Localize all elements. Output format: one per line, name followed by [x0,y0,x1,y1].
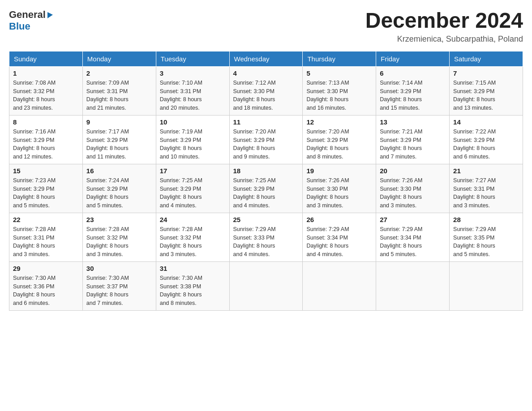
calendar-day-cell: 14 Sunrise: 7:22 AM Sunset: 3:29 PM Dayl… [450,115,523,164]
calendar-day-cell: 12 Sunrise: 7:20 AM Sunset: 3:29 PM Dayl… [303,115,376,164]
day-info: Sunrise: 7:09 AM Sunset: 3:31 PM Dayligh… [86,79,152,112]
day-number: 12 [306,118,372,126]
header-tuesday: Tuesday [156,51,229,66]
day-number: 5 [306,69,372,77]
day-number: 13 [380,118,446,126]
calendar-day-cell: 28 Sunrise: 7:29 AM Sunset: 3:35 PM Dayl… [450,213,523,261]
day-info: Sunrise: 7:13 AM Sunset: 3:30 PM Dayligh… [306,79,372,112]
day-number: 8 [13,118,79,126]
calendar-day-cell: 16 Sunrise: 7:24 AM Sunset: 3:29 PM Dayl… [82,164,156,213]
day-info: Sunrise: 7:20 AM Sunset: 3:29 PM Dayligh… [306,128,372,161]
day-info: Sunrise: 7:28 AM Sunset: 3:31 PM Dayligh… [13,225,79,259]
day-number: 30 [86,265,152,272]
day-number: 4 [233,69,299,77]
day-number: 2 [86,69,152,77]
calendar-week-row: 8 Sunrise: 7:16 AM Sunset: 3:29 PM Dayli… [9,115,523,164]
calendar-day-cell [229,261,303,310]
header-friday: Friday [376,51,450,66]
calendar-day-cell: 31 Sunrise: 7:30 AM Sunset: 3:38 PM Dayl… [156,261,229,310]
calendar-day-cell: 23 Sunrise: 7:28 AM Sunset: 3:32 PM Dayl… [82,213,156,261]
day-info: Sunrise: 7:12 AM Sunset: 3:30 PM Dayligh… [233,79,299,112]
header-thursday: Thursday [303,51,376,66]
calendar-day-cell: 29 Sunrise: 7:30 AM Sunset: 3:36 PM Dayl… [9,261,83,310]
calendar-day-cell: 26 Sunrise: 7:29 AM Sunset: 3:34 PM Dayl… [303,213,376,261]
day-number: 1 [13,69,79,77]
day-info: Sunrise: 7:15 AM Sunset: 3:29 PM Dayligh… [453,79,519,112]
day-number: 6 [380,69,446,77]
day-info: Sunrise: 7:29 AM Sunset: 3:34 PM Dayligh… [306,225,372,259]
calendar-day-cell: 30 Sunrise: 7:30 AM Sunset: 3:37 PM Dayl… [82,261,156,310]
day-info: Sunrise: 7:21 AM Sunset: 3:29 PM Dayligh… [380,128,446,161]
day-number: 7 [453,69,519,77]
day-info: Sunrise: 7:26 AM Sunset: 3:30 PM Dayligh… [380,176,446,210]
location-text: Krzemienica, Subcarpathia, Poland [365,34,523,44]
day-info: Sunrise: 7:20 AM Sunset: 3:29 PM Dayligh… [233,128,299,161]
header-saturday: Saturday [450,51,523,66]
day-info: Sunrise: 7:10 AM Sunset: 3:31 PM Dayligh… [160,79,226,112]
calendar-day-cell: 6 Sunrise: 7:14 AM Sunset: 3:29 PM Dayli… [376,66,450,115]
day-number: 3 [160,69,226,77]
calendar-day-cell: 22 Sunrise: 7:28 AM Sunset: 3:31 PM Dayl… [9,213,83,261]
day-info: Sunrise: 7:25 AM Sunset: 3:29 PM Dayligh… [233,176,299,210]
calendar-table: Sunday Monday Tuesday Wednesday Thursday… [9,51,523,311]
logo-triangle-icon [46,10,55,19]
day-info: Sunrise: 7:30 AM Sunset: 3:38 PM Dayligh… [160,274,226,308]
calendar-day-cell: 25 Sunrise: 7:29 AM Sunset: 3:33 PM Dayl… [229,213,303,261]
calendar-body: 1 Sunrise: 7:08 AM Sunset: 3:32 PM Dayli… [9,66,523,310]
day-info: Sunrise: 7:08 AM Sunset: 3:32 PM Dayligh… [13,79,79,112]
calendar-day-cell: 21 Sunrise: 7:27 AM Sunset: 3:31 PM Dayl… [450,164,523,213]
calendar-week-row: 15 Sunrise: 7:23 AM Sunset: 3:29 PM Dayl… [9,164,523,213]
day-number: 16 [86,167,152,175]
weekday-header-row: Sunday Monday Tuesday Wednesday Thursday… [9,51,523,66]
calendar-day-cell: 5 Sunrise: 7:13 AM Sunset: 3:30 PM Dayli… [303,66,376,115]
calendar-day-cell [450,261,523,310]
day-number: 14 [453,118,519,126]
day-info: Sunrise: 7:29 AM Sunset: 3:33 PM Dayligh… [233,225,299,259]
calendar-day-cell: 17 Sunrise: 7:25 AM Sunset: 3:29 PM Dayl… [156,164,229,213]
calendar-day-cell: 3 Sunrise: 7:10 AM Sunset: 3:31 PM Dayli… [156,66,229,115]
day-number: 20 [380,167,446,175]
calendar-header: Sunday Monday Tuesday Wednesday Thursday… [9,51,523,66]
calendar-day-cell: 9 Sunrise: 7:17 AM Sunset: 3:29 PM Dayli… [82,115,156,164]
day-info: Sunrise: 7:16 AM Sunset: 3:29 PM Dayligh… [13,128,79,161]
month-title: December 2024 [365,9,523,33]
calendar-day-cell: 2 Sunrise: 7:09 AM Sunset: 3:31 PM Dayli… [82,66,156,115]
calendar-day-cell: 10 Sunrise: 7:19 AM Sunset: 3:29 PM Dayl… [156,115,229,164]
day-info: Sunrise: 7:24 AM Sunset: 3:29 PM Dayligh… [86,176,152,210]
header-wednesday: Wednesday [229,51,303,66]
day-number: 15 [13,167,79,175]
day-number: 11 [233,118,299,126]
logo-blue-text: Blue [9,21,30,32]
day-info: Sunrise: 7:26 AM Sunset: 3:30 PM Dayligh… [306,176,372,210]
logo: General Blue [9,9,55,32]
calendar-day-cell: 8 Sunrise: 7:16 AM Sunset: 3:29 PM Dayli… [9,115,83,164]
page-header: General Blue December 2024 Krzemienica, … [9,9,523,44]
calendar-day-cell: 11 Sunrise: 7:20 AM Sunset: 3:29 PM Dayl… [229,115,303,164]
day-info: Sunrise: 7:27 AM Sunset: 3:31 PM Dayligh… [453,176,519,210]
calendar-day-cell: 20 Sunrise: 7:26 AM Sunset: 3:30 PM Dayl… [376,164,450,213]
logo-general-text: General [9,9,46,21]
day-number: 9 [86,118,152,126]
day-info: Sunrise: 7:14 AM Sunset: 3:29 PM Dayligh… [380,79,446,112]
day-number: 21 [453,167,519,175]
calendar-day-cell: 13 Sunrise: 7:21 AM Sunset: 3:29 PM Dayl… [376,115,450,164]
day-info: Sunrise: 7:29 AM Sunset: 3:34 PM Dayligh… [380,225,446,259]
day-number: 10 [160,118,226,126]
calendar-day-cell: 7 Sunrise: 7:15 AM Sunset: 3:29 PM Dayli… [450,66,523,115]
day-number: 22 [13,216,79,223]
day-number: 27 [380,216,446,223]
calendar-week-row: 29 Sunrise: 7:30 AM Sunset: 3:36 PM Dayl… [9,261,523,310]
day-number: 25 [233,216,299,223]
calendar-day-cell: 19 Sunrise: 7:26 AM Sunset: 3:30 PM Dayl… [303,164,376,213]
calendar-day-cell: 4 Sunrise: 7:12 AM Sunset: 3:30 PM Dayli… [229,66,303,115]
day-number: 17 [160,167,226,175]
day-info: Sunrise: 7:25 AM Sunset: 3:29 PM Dayligh… [160,176,226,210]
header-sunday: Sunday [9,51,83,66]
calendar-day-cell: 1 Sunrise: 7:08 AM Sunset: 3:32 PM Dayli… [9,66,83,115]
calendar-week-row: 22 Sunrise: 7:28 AM Sunset: 3:31 PM Dayl… [9,213,523,261]
day-number: 29 [13,265,79,272]
svg-marker-0 [47,12,53,18]
day-info: Sunrise: 7:28 AM Sunset: 3:32 PM Dayligh… [86,225,152,259]
day-info: Sunrise: 7:30 AM Sunset: 3:37 PM Dayligh… [86,274,152,308]
day-number: 18 [233,167,299,175]
